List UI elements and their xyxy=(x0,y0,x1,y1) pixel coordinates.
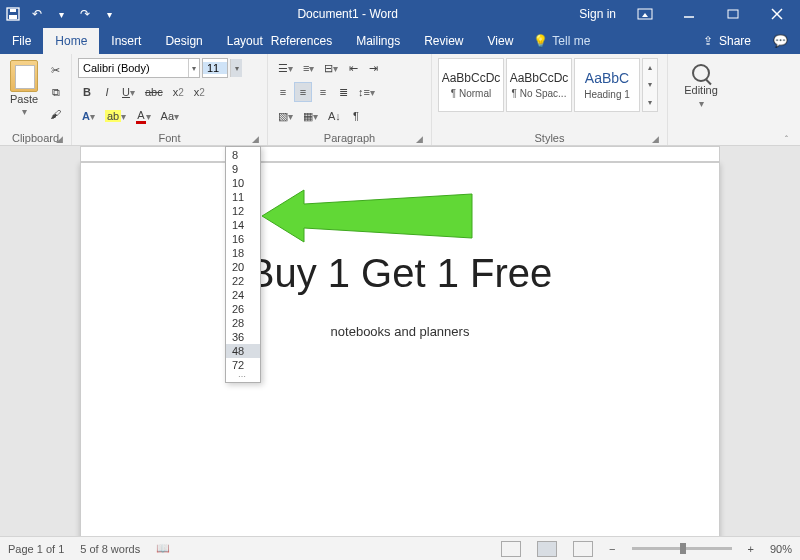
font-size-option[interactable]: 12 xyxy=(226,204,260,218)
show-marks-button[interactable]: ¶ xyxy=(347,106,365,126)
styles-more-button[interactable]: ▴▾▾ xyxy=(642,58,658,112)
zoom-out-button[interactable]: − xyxy=(609,543,615,555)
dialog-launcher-icon[interactable]: ◢ xyxy=(652,134,659,144)
save-icon[interactable] xyxy=(6,7,20,21)
font-size-option[interactable]: 28 xyxy=(226,316,260,330)
proofing-icon[interactable]: 📖 xyxy=(156,542,170,555)
align-left-button[interactable]: ≡ xyxy=(274,82,292,102)
tab-references[interactable]: References xyxy=(267,28,344,54)
document-subtext[interactable]: notebooks and planners xyxy=(121,324,679,339)
document-canvas[interactable]: Buy 1 Get 1 Free notebooks and planners … xyxy=(0,146,800,536)
maximize-button[interactable] xyxy=(718,0,748,28)
redo-icon[interactable]: ↷ xyxy=(78,7,92,21)
font-size-option[interactable]: 10 xyxy=(226,176,260,190)
editing-menu[interactable]: Editing ▾ xyxy=(674,58,728,131)
dialog-launcher-icon[interactable]: ◢ xyxy=(56,134,63,144)
sign-in-link[interactable]: Sign in xyxy=(579,7,616,21)
justify-button[interactable]: ≣ xyxy=(334,82,352,102)
font-size-option[interactable]: 20 xyxy=(226,260,260,274)
bold-button[interactable]: B xyxy=(78,82,96,102)
tab-home[interactable]: Home xyxy=(43,28,99,54)
font-size-dropdown-list[interactable]: 891011121416182022242628364872⋯ xyxy=(225,146,261,383)
zoom-slider[interactable] xyxy=(632,547,732,550)
document-heading[interactable]: Buy 1 Get 1 Free xyxy=(121,251,679,296)
font-size-option[interactable]: 22 xyxy=(226,274,260,288)
tell-me[interactable]: 💡Tell me xyxy=(525,28,598,54)
multilevel-button[interactable]: ⊟▾ xyxy=(320,58,342,78)
ribbon-display-options-icon[interactable] xyxy=(630,0,660,28)
print-layout-button[interactable] xyxy=(537,541,557,557)
font-size-option[interactable]: 16 xyxy=(226,232,260,246)
font-size-option[interactable]: 48 xyxy=(226,344,260,358)
share-button[interactable]: ⇪Share xyxy=(693,28,761,54)
read-mode-button[interactable] xyxy=(501,541,521,557)
horizontal-ruler[interactable] xyxy=(80,146,720,162)
qat-customize-icon[interactable]: ▾ xyxy=(102,7,116,21)
underline-button[interactable]: U▾ xyxy=(118,82,139,102)
tab-insert[interactable]: Insert xyxy=(99,28,153,54)
font-size-dropdown[interactable]: ▾ xyxy=(230,59,242,77)
page-indicator[interactable]: Page 1 of 1 xyxy=(8,543,64,555)
align-right-button[interactable]: ≡ xyxy=(314,82,332,102)
page[interactable]: Buy 1 Get 1 Free notebooks and planners xyxy=(80,162,720,536)
line-spacing-button[interactable]: ↕≡▾ xyxy=(354,82,379,102)
font-size-option[interactable]: 18 xyxy=(226,246,260,260)
superscript-button[interactable]: x2 xyxy=(190,82,209,102)
change-case-button[interactable]: Aa▾ xyxy=(157,106,183,126)
bullets-button[interactable]: ☰▾ xyxy=(274,58,297,78)
collapse-ribbon-icon[interactable]: ˆ xyxy=(785,134,788,144)
font-size-option[interactable]: 11 xyxy=(226,190,260,204)
numbering-button[interactable]: ≡▾ xyxy=(299,58,318,78)
tab-view[interactable]: View xyxy=(476,28,526,54)
zoom-in-button[interactable]: + xyxy=(748,543,754,555)
font-size-option[interactable]: 26 xyxy=(226,302,260,316)
undo-icon[interactable]: ↶ xyxy=(30,7,44,21)
tab-file[interactable]: File xyxy=(0,28,43,54)
decrease-indent-button[interactable]: ⇤ xyxy=(344,58,362,78)
comments-icon[interactable]: 💬 xyxy=(761,28,800,54)
word-count[interactable]: 5 of 8 words xyxy=(80,543,140,555)
highlight-button[interactable]: ab▾ xyxy=(101,106,130,126)
font-size-option[interactable]: 9 xyxy=(226,162,260,176)
font-size-option[interactable]: 24 xyxy=(226,288,260,302)
borders-button[interactable]: ▦▾ xyxy=(299,106,322,126)
paste-button[interactable]: Paste ▾ xyxy=(6,58,42,131)
styles-gallery[interactable]: AaBbCcDc ¶ Normal AaBbCcDc ¶ No Spac... … xyxy=(438,58,658,131)
font-size-input[interactable] xyxy=(203,62,227,74)
tab-review[interactable]: Review xyxy=(412,28,475,54)
font-size-option[interactable]: 36 xyxy=(226,330,260,344)
tab-layout[interactable]: Layout xyxy=(215,28,267,54)
chevron-down-icon[interactable]: ▾ xyxy=(188,59,199,77)
font-name-input[interactable] xyxy=(79,62,188,74)
subscript-button[interactable]: x2 xyxy=(169,82,188,102)
tab-mailings[interactable]: Mailings xyxy=(344,28,412,54)
dropdown-resize-grip[interactable]: ⋯ xyxy=(226,372,260,381)
text-effects-button[interactable]: A▾ xyxy=(78,106,99,126)
sort-button[interactable]: A↓ xyxy=(324,106,345,126)
minimize-button[interactable] xyxy=(674,0,704,28)
font-color-button[interactable]: A▾ xyxy=(132,106,154,126)
copy-button[interactable]: ⧉ xyxy=(46,82,65,102)
font-size-option[interactable]: 14 xyxy=(226,218,260,232)
web-layout-button[interactable] xyxy=(573,541,593,557)
style-normal[interactable]: AaBbCcDc ¶ Normal xyxy=(438,58,504,112)
format-painter-button[interactable]: 🖌 xyxy=(46,104,65,124)
font-size-option[interactable]: 8 xyxy=(226,148,260,162)
style-heading-1[interactable]: AaBbC Heading 1 xyxy=(574,58,640,112)
shading-button[interactable]: ▧▾ xyxy=(274,106,297,126)
strikethrough-button[interactable]: abc xyxy=(141,82,167,102)
increase-indent-button[interactable]: ⇥ xyxy=(364,58,382,78)
font-name-combo[interactable]: ▾ xyxy=(78,58,200,78)
dialog-launcher-icon[interactable]: ◢ xyxy=(252,134,259,144)
italic-button[interactable]: I xyxy=(98,82,116,102)
tab-design[interactable]: Design xyxy=(153,28,214,54)
style-no-spacing[interactable]: AaBbCcDc ¶ No Spac... xyxy=(506,58,572,112)
undo-dropdown-icon[interactable]: ▾ xyxy=(54,7,68,21)
cut-button[interactable]: ✂ xyxy=(46,60,65,80)
dialog-launcher-icon[interactable]: ◢ xyxy=(416,134,423,144)
close-button[interactable] xyxy=(762,0,792,28)
font-size-combo[interactable] xyxy=(202,58,228,78)
align-center-button[interactable]: ≡ xyxy=(294,82,312,102)
zoom-level[interactable]: 90% xyxy=(770,543,792,555)
font-size-option[interactable]: 72 xyxy=(226,358,260,372)
